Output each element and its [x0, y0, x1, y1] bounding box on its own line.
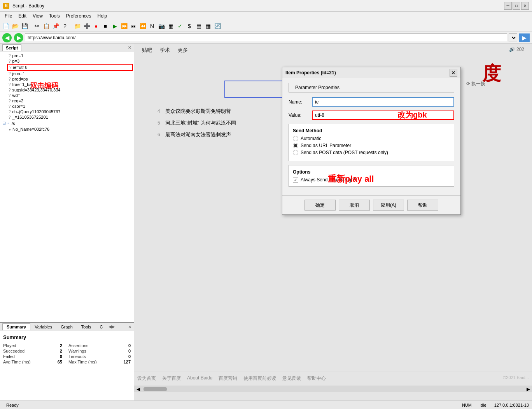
open-button[interactable]: 📂	[11, 22, 19, 30]
list-button[interactable]: ▦	[204, 22, 212, 30]
record-button[interactable]: ●	[92, 22, 100, 30]
cancel-button[interactable]: 取消	[339, 200, 370, 211]
value-field-label: Value:	[289, 112, 312, 118]
radio-url[interactable]	[293, 143, 298, 148]
tab-graph[interactable]: Graph	[56, 323, 77, 330]
tree-item-ie[interactable]: ? ie=utf-8	[7, 64, 133, 71]
tree-item-p[interactable]: ? p=3	[7, 58, 133, 64]
menu-help[interactable]: Help	[94, 12, 110, 19]
tree-item-pre[interactable]: ? pre=1	[7, 53, 133, 58]
name-field-row: Name:	[289, 97, 454, 107]
tree-item-csor[interactable]: ? csor=1	[7, 104, 133, 109]
dialog-tab-parameter[interactable]: Parameter Properties	[289, 83, 346, 92]
prev-button[interactable]: ⏮	[129, 22, 138, 30]
radio-url-row: Send as URL Parameter	[293, 143, 450, 148]
annotation-replay: 重新play all	[328, 173, 374, 185]
maximize-button[interactable]: □	[513, 2, 520, 10]
tree-item-prod[interactable]: ? prod=ps	[7, 76, 133, 82]
tree-item-req[interactable]: ? req=2	[7, 98, 133, 104]
script-panel-close[interactable]: ✕	[128, 45, 131, 50]
prev-step-button[interactable]: ⏪	[138, 22, 147, 30]
fast-forward-button[interactable]: ⏩	[120, 22, 128, 30]
script-area-header: Script ✕	[0, 44, 134, 52]
go-button[interactable]: ▶	[519, 33, 530, 42]
bottom-panel-header: Summary Variables Graph Tools C ◀▶ ✕	[0, 323, 134, 331]
tab-c[interactable]: C	[95, 323, 107, 330]
close-button[interactable]: ✕	[521, 2, 529, 10]
tree-item-frae[interactable]: ? frae=1_ba 双击编码	[7, 82, 133, 87]
value-field-row: Value: 改为gbk	[289, 111, 454, 120]
help-button[interactable]: ?	[61, 22, 69, 30]
warnings-label: Warnings	[68, 349, 107, 353]
apply-button[interactable]: 应用(A)	[373, 200, 404, 211]
tree-item-cb[interactable]: ? cb=jQuery110203045737	[7, 109, 133, 114]
tree-item-wd[interactable]: ? wd=	[7, 93, 133, 98]
annotation-gbk: 改为gbk	[397, 110, 427, 120]
play-button[interactable]: ▶	[110, 22, 119, 30]
radio-post-row: Send as POST data (POST requests only)	[293, 150, 450, 155]
menu-view[interactable]: View	[30, 12, 46, 19]
assertions-label: Assertions	[68, 343, 107, 348]
value-field-input[interactable]	[312, 111, 454, 120]
add-button[interactable]: ➕	[82, 22, 91, 30]
status-bar: Ready NUM Idle 127.0.0.1:8021-13	[0, 400, 532, 409]
camera-button[interactable]: 📷	[157, 22, 166, 30]
tab-variables[interactable]: Variables	[30, 323, 56, 330]
dollar-button[interactable]: $	[185, 22, 194, 30]
nav-forward-button[interactable]: ▶	[14, 33, 23, 42]
nav-back-button[interactable]: ◀	[2, 33, 12, 42]
menu-preferences[interactable]: Preferences	[63, 12, 94, 19]
dialog-title: Item Properties (Id=21)	[285, 70, 336, 75]
tree-item-underscore[interactable]: ? _=1610536725201	[7, 114, 133, 120]
status-ready: Ready	[3, 403, 22, 407]
grid-button[interactable]: ▤	[194, 22, 203, 30]
dialog-close-button[interactable]: ✕	[450, 69, 457, 77]
status-right: NUM Idle 127.0.0.1:8021-13	[462, 403, 529, 407]
new-item-button[interactable]: 📁	[73, 22, 82, 30]
refresh-tool-button[interactable]: 🔄	[213, 22, 222, 30]
table-button[interactable]: ▦	[166, 22, 175, 30]
script-tab[interactable]: Script	[2, 44, 21, 51]
tab-more[interactable]: ◀▶	[107, 323, 116, 330]
tree-item-noname[interactable]: ● No_Name=002fc76	[7, 126, 133, 132]
maxtime-value: 127	[113, 360, 131, 364]
always-equals-checkbox[interactable]: ✓	[293, 177, 298, 183]
stop-button[interactable]: ■	[101, 22, 110, 30]
menu-tools[interactable]: Tools	[46, 12, 63, 19]
summary-title: Summary	[3, 334, 131, 340]
name-field-input[interactable]	[312, 97, 454, 107]
bottom-panel: Summary Variables Graph Tools C ◀▶ ✕ Sum…	[0, 323, 134, 400]
script-tree[interactable]: ? pre=1 ? p=3 ? ie=utf-8 ? json=1 ? pr	[0, 52, 134, 322]
bottom-panel-close[interactable]: ✕	[128, 325, 131, 330]
tab-tools[interactable]: Tools	[77, 323, 96, 330]
copy-button[interactable]: 📋	[42, 22, 51, 30]
dialog-tabs: Parameter Properties	[289, 83, 454, 93]
item-properties-dialog: Item Properties (Id=21) ✕ Parameter Prop…	[282, 67, 461, 215]
timeouts-value: 0	[113, 354, 131, 359]
tree-item-json[interactable]: ? json=1	[7, 71, 133, 76]
radio-post[interactable]	[293, 150, 298, 155]
marker-button[interactable]: N	[148, 22, 156, 30]
radio-post-label: Send as POST data (POST requests only)	[301, 150, 388, 155]
tree-item-sugsid[interactable]: ? sugsid=33423,33470,334	[7, 87, 133, 93]
ok-button[interactable]: 确定	[304, 200, 336, 211]
tree-branch-s[interactable]: ⊟→ /s	[1, 120, 133, 126]
status-idle: Idle	[480, 403, 486, 407]
minimize-button[interactable]: ─	[504, 2, 512, 10]
new-button[interactable]: 📄	[2, 22, 10, 30]
menu-file[interactable]: File	[2, 12, 15, 19]
avgtime-label: Avg Time (ms)	[3, 360, 41, 364]
address-bar: ◀ ▶ ▶	[0, 32, 532, 44]
paste-button[interactable]: 📌	[51, 22, 60, 30]
save-button[interactable]: 💾	[20, 22, 29, 30]
check-button[interactable]: ✓	[176, 22, 184, 30]
address-input[interactable]	[25, 33, 507, 42]
summary-grid: Played 2 Assertions 0 Succeeded 2 Warnin…	[3, 343, 131, 364]
radio-automatic[interactable]	[293, 136, 298, 141]
status-ip: 127.0.0.1:8021-13	[494, 403, 529, 407]
cut-button[interactable]: ✂	[33, 22, 41, 30]
help-button[interactable]: 帮助	[407, 200, 438, 211]
tab-summary[interactable]: Summary	[2, 323, 30, 330]
menu-edit[interactable]: Edit	[15, 12, 30, 19]
send-method-section: Send Method Automatic Send as URL Parame…	[289, 124, 454, 161]
